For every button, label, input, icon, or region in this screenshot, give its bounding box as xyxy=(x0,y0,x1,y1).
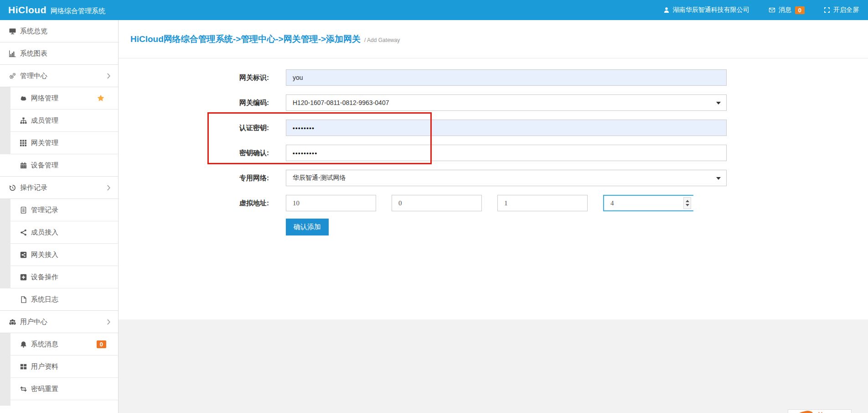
sidebar-item-user-profile[interactable]: 用户资料 xyxy=(0,355,118,378)
file-text-icon xyxy=(20,207,27,214)
expand-icon xyxy=(824,7,830,13)
sidebar-item-label: 网络管理 xyxy=(31,94,58,103)
sidebar-item-member-management[interactable]: 成员管理 xyxy=(0,110,118,132)
sidebar-message-badge: 0 xyxy=(97,340,106,348)
private-network-value: 华辰智通-测试网络 xyxy=(293,174,346,182)
logo-swoosh xyxy=(793,409,815,413)
sidebar-nav: 系统总览系统图表管理中心网络管理成员管理网关管理设备管理操作记录管理记录成员接入… xyxy=(0,20,119,413)
plus-square-icon xyxy=(20,274,27,281)
add-gateway-form: 网关标识: 网关编码: H120-1607-0811-0812-9963-040… xyxy=(119,58,868,319)
sidebar-item-member-access[interactable]: 成员接入 xyxy=(0,221,118,244)
key-confirm-input[interactable] xyxy=(286,145,727,161)
sidebar-item-gateway-access[interactable]: 网关接入 xyxy=(0,244,118,266)
sidebar-item-label: 成员接入 xyxy=(31,228,58,237)
chevron-right-icon xyxy=(107,185,111,191)
gateway-id-label: 网关标识: xyxy=(119,73,269,82)
sidebar-item-management-center[interactable]: 管理中心 xyxy=(0,65,118,87)
users-icon xyxy=(9,319,16,325)
sidebar-item-label: 设备操作 xyxy=(31,273,58,282)
key-confirm-label: 密钥确认: xyxy=(119,149,269,157)
sidebar-item-label: 密码重置 xyxy=(31,385,58,393)
sidebar-item-label: 成员管理 xyxy=(31,116,58,125)
virtual-address-octet-4[interactable] xyxy=(604,196,694,210)
retweet-icon xyxy=(20,386,27,392)
sidebar-item-management-records[interactable]: 管理记录 xyxy=(0,199,118,221)
share-square-icon xyxy=(20,251,27,258)
chevron-right-icon xyxy=(107,319,111,325)
gateway-id-input[interactable] xyxy=(286,69,727,86)
app-logo: HiCloud 网络综合管理系统 xyxy=(0,5,105,16)
chevron-right-icon xyxy=(107,73,111,79)
brand-name: HiCloud xyxy=(8,5,46,16)
stepper-up-icon[interactable] xyxy=(686,200,689,202)
brand-subtitle: 网络综合管理系统 xyxy=(51,7,105,16)
sidebar-item-system-messages[interactable]: 系统消息0 xyxy=(0,333,118,355)
company-menu[interactable]: 湖南华辰智通科技有限公司 xyxy=(663,6,749,14)
form-row-key-confirm: 密钥确认: xyxy=(119,145,868,161)
breadcrumb: HiCloud网络综合管理系统->管理中心->网关管理->添加网关 / Add … xyxy=(119,20,868,58)
history-icon xyxy=(9,184,16,191)
file-icon xyxy=(20,296,27,303)
star-icon xyxy=(97,94,104,102)
sidebar-item-label: 设备管理 xyxy=(31,161,58,170)
virtual-address-octet-4-focused xyxy=(603,195,693,211)
form-row-private-network: 专用网络: 华辰智通-测试网络 xyxy=(119,170,868,186)
breadcrumb-path: HiCloud网络综合管理系统->管理中心->网关管理->添加网关 xyxy=(130,33,361,45)
gears-icon xyxy=(9,73,16,79)
sidebar-item-device-management[interactable]: 设备管理 xyxy=(0,154,118,177)
sidebar-item-system-logs[interactable]: 系统日志 xyxy=(0,288,118,311)
gateway-code-label: 网关编码: xyxy=(119,99,269,107)
sidebar-item-device-operations[interactable]: 设备操作 xyxy=(0,266,118,288)
envelope-icon xyxy=(769,7,775,13)
cloud-icon xyxy=(20,95,27,102)
bar-chart-icon xyxy=(9,50,16,57)
th-large-icon xyxy=(20,363,27,370)
virtual-address-octet-2[interactable] xyxy=(392,195,482,211)
sidebar-item-label: 管理记录 xyxy=(31,206,58,214)
sitemap-icon xyxy=(20,117,27,124)
auth-key-input[interactable] xyxy=(286,120,727,136)
sidebar-item-system-charts[interactable]: 系统图表 xyxy=(0,42,118,65)
sidebar-item-password-reset[interactable]: 密码重置 xyxy=(0,378,118,400)
messages-label: 消息 xyxy=(779,6,791,14)
company-name: 湖南华辰智通科技有限公司 xyxy=(673,6,749,14)
sidebar-item-system-overview[interactable]: 系统总览 xyxy=(0,20,118,42)
sidebar-item-operation-records[interactable]: 操作记录 xyxy=(0,177,118,199)
virtual-address-octet-3[interactable] xyxy=(497,195,588,211)
caret-down-icon xyxy=(716,177,721,180)
bell-icon xyxy=(20,341,27,348)
stepper-down-icon[interactable] xyxy=(686,204,689,206)
form-row-gateway-id: 网关标识: xyxy=(119,69,868,86)
auth-key-label: 认证密钥: xyxy=(119,124,269,132)
private-network-select[interactable]: 华辰智通-测试网络 xyxy=(286,170,727,186)
virtual-address-octet-1[interactable] xyxy=(286,195,376,211)
message-count-badge: 0 xyxy=(795,6,805,14)
virtual-address-label: 虚拟地址: xyxy=(119,199,269,208)
sidebar-item-label: 管理中心 xyxy=(20,72,47,80)
breadcrumb-suffix: / Add Gateway xyxy=(364,37,400,43)
sidebar-item-gateway-management[interactable]: 网关管理 xyxy=(0,132,118,154)
sidebar-item-label: 用户中心 xyxy=(20,318,47,326)
top-bar: HiCloud 网络综合管理系统 湖南华辰智通科技有限公司 消息 0 开启全屏 xyxy=(0,0,868,20)
caret-down-icon xyxy=(716,102,721,105)
form-row-auth-key: 认证密钥: xyxy=(119,120,868,136)
sidebar-item-user-center[interactable]: 用户中心 xyxy=(0,311,118,333)
main-area: HiCloud网络综合管理系统->管理中心->网关管理->添加网关 / Add … xyxy=(119,20,868,413)
share-icon xyxy=(20,229,27,236)
calendar-icon xyxy=(20,162,27,169)
monitor-icon xyxy=(9,28,16,35)
confirm-add-button[interactable]: 确认添加 xyxy=(286,219,329,235)
gateway-code-select[interactable]: H120-1607-0811-0812-9963-0407 xyxy=(286,94,727,111)
sidebar-item-partial xyxy=(0,400,118,406)
number-stepper[interactable] xyxy=(683,197,691,209)
sidebar-item-network-management[interactable]: 网络管理 xyxy=(0,87,118,110)
form-row-gateway-code: 网关编码: H120-1607-0811-0812-9963-0407 xyxy=(119,94,868,111)
gateway-code-value: H120-1607-0811-0812-9963-0407 xyxy=(293,99,389,106)
fullscreen-toggle[interactable]: 开启全屏 xyxy=(824,6,859,14)
user-icon xyxy=(663,7,670,13)
sidebar-item-label: 网关接入 xyxy=(31,251,58,259)
messages-menu[interactable]: 消息 0 xyxy=(769,6,805,14)
sidebar-item-label: 网关管理 xyxy=(31,139,58,147)
sidebar-item-label: 系统图表 xyxy=(20,49,47,58)
sidebar-item-label: 系统消息 xyxy=(31,340,58,349)
